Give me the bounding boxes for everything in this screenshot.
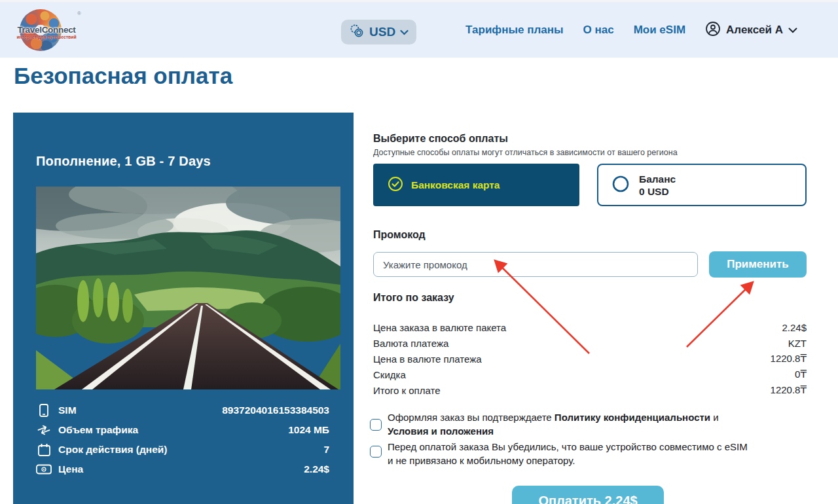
promo-code-input[interactable] [373, 252, 698, 277]
summary-label: Валюта платежа [373, 338, 448, 349]
order-row-validity: Срок действия (дней) 7 [36, 440, 329, 459]
balance-amount: 0 USD [639, 185, 676, 198]
summary-row: Цена в валюте платежа 1220.8₸ [373, 351, 807, 367]
summary-value: 1220.8₸ [482, 353, 807, 365]
order-label: SIM [58, 405, 77, 416]
user-chevron-down-icon [788, 24, 797, 36]
order-value: 8937204016153384503 [77, 405, 329, 416]
payment-method-subheading: Доступные способы оплаты могут отличатьс… [373, 148, 678, 157]
pay-button[interactable]: Оплатить 2.24$ [512, 486, 664, 504]
landscape-road-photo [36, 187, 340, 389]
summary-value: 0₸ [406, 369, 807, 380]
terms-agreement-text: Оформляя заказ вы подтверждаете Политику… [388, 410, 754, 438]
traffic-icon [36, 425, 52, 435]
order-total-rows: Цена заказа в валюте пакета 2.24$ Валюта… [373, 319, 807, 398]
check-circle-icon [388, 176, 403, 194]
device-compatible-checkbox[interactable] [370, 446, 382, 458]
radio-unchecked-icon [611, 175, 630, 196]
order-total-heading: Итого по заказу [373, 292, 454, 304]
terms-checkbox[interactable] [370, 419, 382, 431]
sim-icon [36, 404, 52, 417]
summary-label: Итого к оплате [373, 385, 440, 396]
terms-conjunction: и [713, 412, 718, 423]
user-menu[interactable]: Алексей А [705, 21, 797, 39]
summary-row: Цена заказа в валюте пакета 2.24$ [373, 319, 807, 335]
summary-label: Скидка [373, 369, 406, 380]
payment-method-card[interactable]: Банковская карта [373, 164, 579, 206]
summary-row: Валюта платежа KZT [373, 335, 807, 351]
payment-page: TravelConnect интернет для путешествий ®… [0, 0, 838, 504]
privacy-policy-link[interactable]: Политику конфиденциальности [555, 412, 710, 423]
registered-mark: ® [77, 10, 81, 16]
summary-row: Итого к оплате 1220.8₸ [373, 382, 807, 398]
payment-method-label: Банковская карта [411, 179, 500, 191]
logo-subtitle: интернет для путешествий [10, 35, 82, 39]
order-value: 1024 МБ [138, 424, 329, 436]
order-row-sim: SIM 8937204016153384503 [36, 401, 329, 420]
summary-label: Цена в валюте платежа [373, 353, 482, 365]
logo-title: TravelConnect [10, 25, 82, 35]
payment-method-balance[interactable]: Баланс 0 USD [597, 164, 807, 206]
summary-label: Цена заказа в валюте пакета [373, 322, 506, 333]
summary-value: 2.24$ [506, 322, 807, 333]
order-label: Срок действия (дней) [58, 444, 167, 456]
order-title: Пополнение, 1 GB - 7 Days [36, 154, 211, 169]
coins-icon [349, 24, 365, 41]
logo[interactable]: TravelConnect интернет для путешествий ® [10, 5, 82, 55]
currency-label: USD [369, 25, 395, 39]
nav-item-about[interactable]: О нас [583, 24, 614, 37]
order-summary-card: Пополнение, 1 GB - 7 Days [13, 113, 354, 504]
page-title: Безопасная оплата [14, 63, 232, 89]
chevron-down-icon [400, 26, 409, 38]
order-value: 2.24$ [83, 463, 329, 475]
nav-item-tariff-plans[interactable]: Тарифные планы [465, 24, 563, 37]
terms-prefix: Оформляя заказ вы подтверждаете [388, 412, 552, 423]
order-detail-rows: SIM 8937204016153384503 Объем трафика 10… [36, 401, 329, 479]
nav-item-my-esim[interactable]: Мои eSIM [634, 24, 685, 37]
balance-label: Баланс [639, 173, 676, 185]
order-label: Объем трафика [58, 424, 138, 436]
summary-row: Скидка 0₸ [373, 367, 807, 382]
order-row-traffic: Объем трафика 1024 МБ [36, 420, 329, 440]
apply-promo-button[interactable]: Применить [709, 251, 807, 278]
terms-conditions-link[interactable]: Условия и положения [388, 425, 494, 437]
order-row-price: Цена 2.24$ [36, 459, 329, 479]
device-compatible-text: Перед оплатой заказа Вы убедились, что в… [388, 440, 754, 467]
calendar-icon [36, 443, 52, 456]
price-icon [36, 464, 52, 475]
order-label: Цена [58, 463, 83, 475]
header: TravelConnect интернет для путешествий ®… [0, 2, 838, 58]
summary-value: 1220.8₸ [440, 384, 807, 396]
currency-selector[interactable]: USD [341, 20, 416, 45]
order-value: 7 [167, 444, 329, 456]
promo-heading: Промокод [373, 229, 426, 241]
user-name: Алексей А [726, 24, 783, 37]
payment-method-heading: Выберите способ оплаты [373, 133, 508, 145]
user-icon [705, 21, 721, 39]
main-nav: Тарифные планы О нас Мои eSIM Алексей А [465, 2, 797, 58]
summary-value: KZT [448, 338, 807, 349]
